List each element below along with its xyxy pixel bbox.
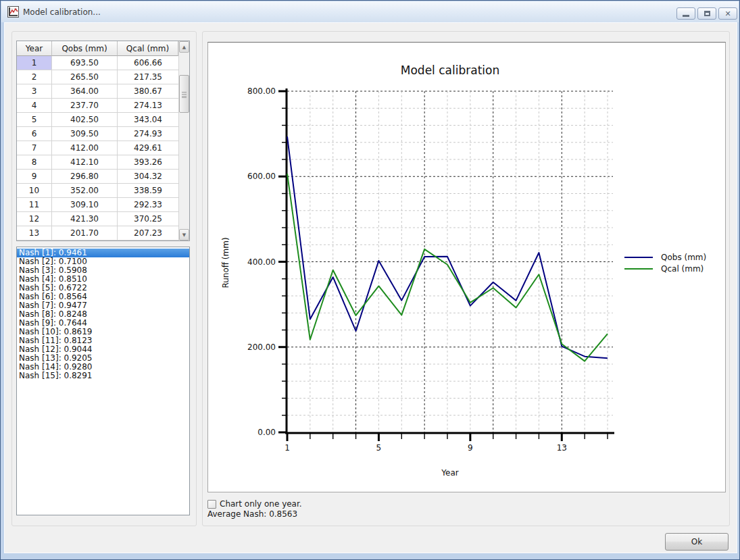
table-cell[interactable]: 237.70 [52, 99, 118, 113]
column-header[interactable]: Year [17, 41, 52, 56]
column-header[interactable]: Qobs (mm) [52, 41, 118, 56]
legend-label: Qobs (mm) [661, 253, 706, 262]
column-header[interactable]: Qcal (mm) [118, 41, 178, 56]
results-table: YearQobs (mm)Qcal (mm)1693.50606.662265.… [16, 41, 190, 241]
table-cell[interactable]: 352.00 [52, 184, 118, 198]
table-cell[interactable]: 265.50 [52, 70, 118, 84]
table-cell[interactable]: 380.67 [118, 84, 178, 99]
window-title: Model calibration... [23, 7, 101, 17]
results-grid: YearQobs (mm)Qcal (mm)1693.50606.662265.… [17, 41, 178, 240]
table-cell[interactable]: 338.59 [118, 184, 178, 198]
table-row[interactable]: 2265.50217.35 [17, 70, 178, 84]
calibration-chart: 0.00200.00400.00600.00800.0015913Model c… [208, 43, 725, 492]
table-cell[interactable]: 343.04 [118, 113, 178, 127]
titlebar[interactable]: Model calibration... [1, 1, 739, 22]
table-cell[interactable]: 8 [17, 155, 52, 170]
table-cell[interactable]: 309.50 [52, 127, 118, 141]
table-cell[interactable]: 3 [17, 84, 52, 99]
y-tick-label: 0.00 [257, 428, 276, 437]
table-row[interactable]: 6309.50274.93 [17, 127, 178, 141]
x-axis-label: Year [441, 468, 458, 478]
table-row[interactable]: 13201.70207.23 [17, 226, 178, 240]
table-cell[interactable]: 421.30 [52, 212, 118, 226]
nash-list-item[interactable]: Nash [15]: 0.8291 [17, 372, 189, 380]
table-header-row: YearQobs (mm)Qcal (mm) [17, 41, 178, 56]
chart-area: 0.00200.00400.00600.00800.0015913Model c… [207, 42, 726, 492]
table-row[interactable]: 11309.10292.33 [17, 198, 178, 212]
table-cell[interactable]: 207.23 [118, 226, 178, 240]
table-cell[interactable]: 2 [17, 70, 52, 84]
ok-button[interactable]: Ok [665, 533, 729, 551]
table-cell[interactable]: 6 [17, 127, 52, 141]
table-cell[interactable]: 11 [17, 198, 52, 212]
table-cell[interactable]: 7 [17, 141, 52, 155]
chart-one-year-checkbox[interactable] [207, 500, 216, 509]
table-row[interactable]: 1693.50606.66 [17, 56, 178, 70]
table-cell[interactable]: 429.61 [118, 141, 178, 155]
table-cell[interactable]: 1 [17, 56, 52, 70]
table-row[interactable]: 3364.00380.67 [17, 84, 178, 99]
y-tick-label: 200.00 [247, 342, 276, 352]
table-cell[interactable]: 4 [17, 99, 52, 113]
table-cell[interactable]: 693.50 [52, 56, 118, 70]
scroll-up-button[interactable]: ▲ [179, 41, 189, 53]
table-cell[interactable]: 393.26 [118, 155, 178, 170]
x-tick-label: 9 [468, 443, 473, 453]
maximize-button[interactable] [697, 7, 716, 20]
close-icon: ✕ [724, 10, 731, 18]
average-nash-text: Average Nash: 0.8563 [207, 509, 297, 519]
table-cell[interactable]: 292.33 [118, 198, 178, 212]
minimize-icon [683, 15, 689, 17]
table-cell[interactable]: 412.10 [52, 155, 118, 170]
table-row[interactable]: 10352.00338.59 [17, 184, 178, 198]
nash-listbox: Nash [1]: 0.9461Nash [2]: 0.7100Nash [3]… [16, 247, 190, 515]
table-cell[interactable]: 10 [17, 184, 52, 198]
scrollbar-thumb[interactable] [179, 75, 189, 113]
chart-app-icon [7, 6, 19, 18]
table-cell[interactable]: 402.50 [52, 113, 118, 127]
x-tick-label: 13 [557, 443, 567, 453]
table-cell[interactable]: 364.00 [52, 84, 118, 99]
minimize-button[interactable] [676, 7, 695, 20]
table-cell[interactable]: 217.35 [118, 70, 178, 84]
legend-label: Qcal (mm) [661, 264, 704, 274]
table-cell[interactable]: 12 [17, 212, 52, 226]
x-tick-label: 1 [285, 443, 290, 453]
close-button[interactable]: ✕ [718, 7, 737, 20]
table-cell[interactable]: 5 [17, 113, 52, 127]
chart-one-year-label: Chart only one year. [220, 499, 302, 509]
maximize-icon [704, 11, 710, 16]
table-cell[interactable]: 296.80 [52, 170, 118, 184]
table-cell[interactable]: 370.25 [118, 212, 178, 226]
table-cell[interactable]: 201.70 [52, 226, 118, 240]
table-row[interactable]: 9296.80304.32 [17, 170, 178, 184]
table-cell[interactable]: 304.32 [118, 170, 178, 184]
y-tick-label: 600.00 [247, 172, 276, 181]
table-scrollbar[interactable]: ▲ ▼ [178, 41, 189, 240]
dialog-window: Model calibration... ✕ YearQobs (mm)Qcal… [0, 0, 740, 560]
table-cell[interactable]: 606.66 [118, 56, 178, 70]
dialog-client-area: YearQobs (mm)Qcal (mm)1693.50606.662265.… [4, 22, 737, 553]
table-row[interactable]: 8412.10393.26 [17, 155, 178, 170]
table-cell[interactable]: 13 [17, 226, 52, 240]
x-tick-label: 5 [376, 443, 382, 453]
table-row[interactable]: 5402.50343.04 [17, 113, 178, 127]
table-row[interactable]: 4237.70274.13 [17, 99, 178, 113]
y-tick-label: 800.00 [247, 86, 276, 96]
y-tick-label: 400.00 [247, 257, 276, 267]
table-cell[interactable]: 412.00 [52, 141, 118, 155]
table-cell[interactable]: 9 [17, 170, 52, 184]
table-row[interactable]: 7412.00429.61 [17, 141, 178, 155]
scroll-down-button[interactable]: ▼ [179, 229, 189, 240]
table-cell[interactable]: 274.13 [118, 99, 178, 113]
table-cell[interactable]: 274.93 [118, 127, 178, 141]
chart-title: Model calibration [401, 63, 499, 77]
table-row[interactable]: 12421.30370.25 [17, 212, 178, 226]
table-cell[interactable]: 309.10 [52, 198, 118, 212]
y-axis-label: Runoff (mm) [221, 237, 230, 288]
